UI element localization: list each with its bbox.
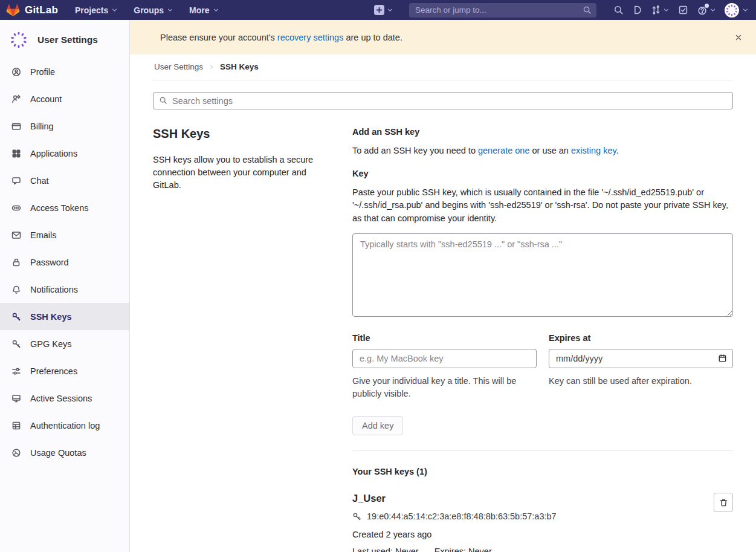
generate-one-link[interactable]: generate one: [478, 146, 529, 155]
add-key-button[interactable]: Add key: [352, 416, 403, 435]
chevron-down-icon: [111, 7, 118, 13]
plus-square-icon: [374, 5, 384, 15]
ssh-key-expires: Expires: Never: [435, 547, 492, 552]
trash-icon: [719, 498, 728, 507]
brand-name: GitLab: [25, 4, 58, 16]
billing-card-icon: [11, 122, 21, 131]
chevron-down-icon: [387, 7, 393, 13]
sidebar-item-chat[interactable]: Chat: [0, 167, 129, 194]
expires-field: Expires at Key can still be used after e…: [549, 333, 733, 400]
gitlab-home-link[interactable]: GitLab: [6, 4, 58, 17]
user-avatar: [725, 3, 739, 18]
page-description: SSH keys allow you to establish a secure…: [153, 154, 334, 192]
main-content: Please ensure your account's recovery se…: [130, 20, 756, 552]
account-icon: [11, 94, 21, 104]
search-icon: [613, 5, 624, 15]
chevron-down-icon: [213, 7, 219, 13]
sidebar-item-applications[interactable]: Applications: [0, 140, 129, 167]
sidebar-item-emails[interactable]: Emails: [0, 221, 129, 248]
applications-grid-icon: [11, 149, 21, 158]
sidebar-item-notifications[interactable]: Notifications: [0, 276, 129, 303]
global-search: [409, 3, 596, 18]
sidebar-item-preferences[interactable]: Preferences: [0, 357, 129, 385]
key-field-label: Key: [352, 169, 733, 178]
lock-icon: [11, 258, 21, 267]
new-item-menu-button[interactable]: [374, 5, 393, 15]
title-input[interactable]: [352, 349, 537, 368]
title-field-help: Give your individual key a title. This w…: [352, 375, 537, 400]
add-ssh-key-heading: Add an SSH key: [352, 127, 733, 137]
recovery-settings-alert: Please ensure your account's recovery se…: [130, 20, 756, 54]
sidebar-item-gpg-keys[interactable]: GPG Keys: [0, 330, 129, 357]
calendar-icon[interactable]: [718, 354, 727, 363]
sidebar-item-authentication-log[interactable]: Authentication log: [0, 412, 129, 439]
chat-bubble-icon: [11, 176, 21, 186]
settings-search-input[interactable]: [153, 92, 733, 109]
breadcrumb-user-settings[interactable]: User Settings: [154, 62, 203, 71]
existing-key-link[interactable]: existing key: [571, 146, 616, 155]
gauge-icon: [11, 448, 21, 458]
sidebar-nav: Profile Account Billing Applications Cha…: [0, 58, 129, 466]
sidebar-item-account[interactable]: Account: [0, 85, 129, 112]
envelope-icon: [11, 230, 21, 240]
issues-button[interactable]: [632, 5, 642, 15]
title-field-label: Title: [352, 333, 537, 343]
key-icon: [352, 512, 361, 521]
key-icon: [11, 312, 21, 322]
monitor-icon: [11, 394, 21, 403]
chevron-down-icon: [709, 7, 716, 13]
settings-search: [153, 92, 733, 109]
token-pill-icon: [11, 203, 21, 213]
key-field-help: Paste your public SSH key, which is usua…: [352, 186, 733, 225]
chevron-down-icon: [663, 7, 670, 13]
search-icon: [159, 96, 167, 105]
ssh-key-fingerprint: 19:e0:44:a5:14:c2:3a:e8:f8:48:8b:63:5b:5…: [367, 511, 557, 521]
sidebar-item-password[interactable]: Password: [0, 248, 129, 276]
ssh-key-list-item: J_User 19:e0:44:a5:14:c2:3a:e8:f8:48:8b:…: [352, 493, 733, 552]
add-key-intro: To add an SSH key you need to generate o…: [352, 146, 733, 155]
sidebar-item-profile[interactable]: Profile: [0, 58, 129, 85]
nav-groups-menu[interactable]: Groups: [134, 5, 173, 15]
expires-field-help: Key can still be used after expiration.: [549, 375, 733, 388]
sidebar-item-access-tokens[interactable]: Access Tokens: [0, 194, 129, 221]
help-menu-button[interactable]: [697, 5, 716, 16]
user-avatar: [8, 30, 29, 50]
nav-more-menu[interactable]: More: [189, 5, 219, 15]
title-field: Title Give your individual key a title. …: [352, 333, 537, 400]
gitlab-tanuki-logo-icon: [6, 4, 20, 17]
key-icon: [11, 339, 21, 349]
ssh-key-textarea[interactable]: [352, 233, 733, 317]
delete-key-button[interactable]: [714, 493, 733, 512]
section-divider: [352, 450, 733, 451]
expires-date-input[interactable]: [549, 349, 733, 368]
issues-icon: [632, 5, 642, 15]
sidebar-title: User Settings: [37, 34, 98, 45]
nav-projects-menu[interactable]: Projects: [75, 5, 118, 15]
ssh-key-created: Created 2 years ago: [352, 530, 557, 539]
sidebar-item-usage-quotas[interactable]: Usage Quotas: [0, 439, 129, 466]
user-menu-button[interactable]: [725, 3, 749, 18]
alert-dismiss-button[interactable]: [732, 31, 745, 44]
chevron-right-icon: [208, 64, 215, 70]
ssh-key-title-link[interactable]: J_User: [352, 493, 386, 504]
your-ssh-keys-heading: Your SSH keys (1): [352, 467, 733, 476]
log-table-icon: [11, 421, 21, 430]
merge-requests-menu-button[interactable]: [651, 5, 670, 15]
todo-check-icon: [678, 5, 688, 15]
ssh-key-last-used: Last used: Never: [352, 547, 419, 552]
sidebar-item-ssh-keys[interactable]: SSH Keys: [0, 303, 129, 330]
recovery-settings-link[interactable]: recovery settings: [277, 33, 344, 42]
search-button[interactable]: [613, 5, 624, 15]
sidebar-header: User Settings: [0, 30, 129, 50]
global-search-input[interactable]: [409, 3, 596, 18]
breadcrumb-ssh-keys: SSH Keys: [220, 62, 259, 71]
sidebar-item-active-sessions[interactable]: Active Sessions: [0, 385, 129, 412]
todos-button[interactable]: [678, 5, 688, 15]
alert-text: Please ensure your account's recovery se…: [160, 33, 402, 42]
expires-field-label: Expires at: [549, 333, 733, 343]
sidebar-item-billing[interactable]: Billing: [0, 112, 129, 140]
merge-request-icon: [651, 5, 661, 15]
sliders-icon: [11, 366, 21, 376]
ssh-key-details: J_User 19:e0:44:a5:14:c2:3a:e8:f8:48:8b:…: [352, 493, 557, 552]
settings-sidebar: User Settings Profile Account Billing Ap…: [0, 20, 130, 552]
